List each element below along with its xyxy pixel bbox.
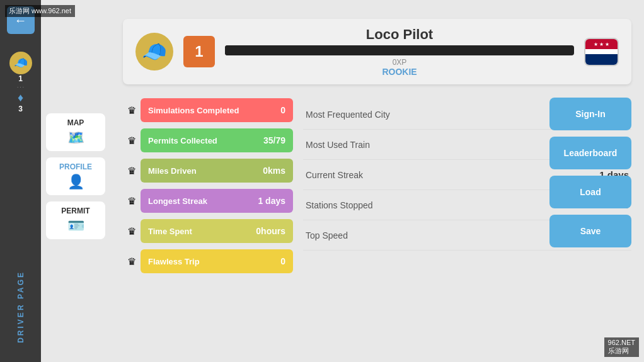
diamond-count: 3 bbox=[18, 105, 23, 113]
stat-row: ♛ Miles Driven 0kms bbox=[123, 157, 293, 184]
watermark-top: 乐游网 www.962.net bbox=[5, 5, 75, 17]
profile-label: PROFILE bbox=[51, 162, 100, 171]
map-label: MAP bbox=[51, 118, 100, 127]
player-level: 1 bbox=[18, 74, 23, 83]
sign-in-button[interactable]: Sign-In bbox=[549, 98, 631, 130]
sidebar: ← 🧢 1 · · · ♦ 3 DRIVER PAGE bbox=[0, 0, 41, 362]
crown-icon-4: ♛ bbox=[123, 195, 141, 207]
save-button[interactable]: Save bbox=[549, 215, 631, 247]
flag-icon: ★ ★ ★ bbox=[584, 38, 619, 66]
sidebar-avatar: 🧢 bbox=[9, 52, 32, 74]
profile-icon: 👤 bbox=[51, 174, 100, 190]
diamond-icon: ♦ bbox=[18, 91, 23, 105]
player-info: 🧢 1 · · · ♦ 3 bbox=[9, 52, 32, 113]
stat-row: ♛ Time Spent 0hours bbox=[123, 218, 293, 244]
level-dots: · · · bbox=[17, 84, 24, 90]
crown-icon-2: ♛ bbox=[123, 135, 141, 147]
crown-icon-1: ♛ bbox=[123, 105, 141, 116]
crown-icon-3: ♛ bbox=[123, 165, 141, 177]
nav-profile[interactable]: PROFILE 👤 bbox=[46, 157, 105, 195]
xp-bar bbox=[225, 45, 574, 55]
stat-flawless: Flawless Trip 0 bbox=[141, 249, 293, 273]
header-level: 1 bbox=[183, 36, 215, 67]
stat-row: ♛ Permits Collected 35/79 bbox=[123, 127, 293, 154]
stat-row: ♛ Longest Streak 1 days bbox=[123, 188, 293, 214]
xp-label: 0XP bbox=[225, 58, 574, 67]
profile-header: 🧢 1 Loco Pilot 0XP ROOKIE ★ ★ ★ bbox=[123, 19, 631, 84]
map-icon: 🗺️ bbox=[51, 130, 100, 146]
permit-label: PERMIT bbox=[51, 206, 100, 215]
nav-panels: MAP 🗺️ PROFILE 👤 PERMIT 🪪 bbox=[41, 113, 110, 239]
action-buttons: Sign-In Leaderboard Load Save bbox=[549, 98, 631, 247]
header-title: Loco Pilot bbox=[225, 26, 574, 43]
leaderboard-button[interactable]: Leaderboard bbox=[549, 137, 631, 169]
header-info: Loco Pilot 0XP ROOKIE bbox=[225, 26, 574, 77]
stat-row: ♛ Flawless Trip 0 bbox=[123, 248, 293, 274]
stat-permits: Permits Collected 35/79 bbox=[141, 128, 293, 152]
stat-miles: Miles Driven 0kms bbox=[141, 159, 293, 183]
crown-icon-5: ♛ bbox=[123, 225, 141, 237]
stat-simulations: Simulations Completed 0 bbox=[141, 98, 293, 122]
nav-map[interactable]: MAP 🗺️ bbox=[46, 113, 105, 151]
header-avatar: 🧢 bbox=[135, 33, 173, 71]
permit-icon: 🪪 bbox=[51, 218, 100, 234]
nav-permit[interactable]: PERMIT 🪪 bbox=[46, 201, 105, 239]
watermark-bottom: 962.NET乐游网 bbox=[604, 337, 639, 357]
stat-streak: Longest Streak 1 days bbox=[141, 189, 293, 213]
header-rank: ROOKIE bbox=[225, 67, 574, 77]
stat-row: ♛ Simulations Completed 0 bbox=[123, 97, 293, 123]
driver-page-label: DRIVER PAGE bbox=[16, 271, 25, 343]
xp-bar-fill bbox=[225, 45, 232, 55]
stat-time: Time Spent 0hours bbox=[141, 219, 293, 243]
load-button[interactable]: Load bbox=[549, 176, 631, 208]
crown-icon-6: ♛ bbox=[123, 256, 141, 268]
stats-left: ♛ Simulations Completed 0 ♛ Permits Coll… bbox=[123, 97, 293, 278]
